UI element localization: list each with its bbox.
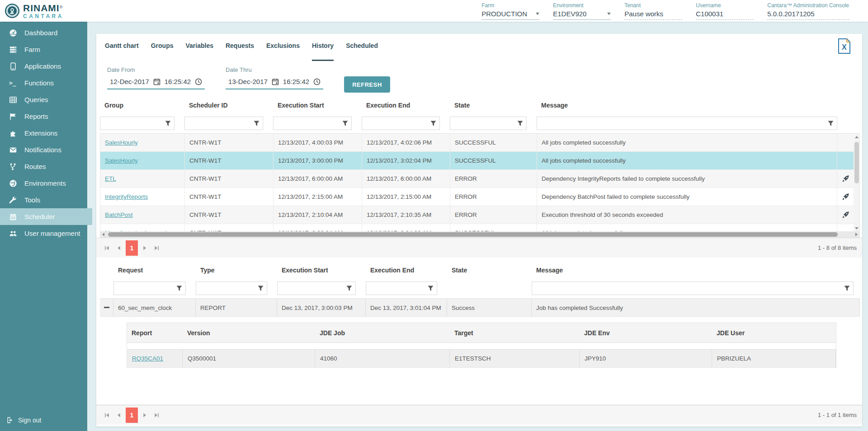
rocket-icon[interactable] — [842, 175, 849, 183]
filter-funnel-icon[interactable] — [828, 121, 834, 126]
filter-input-scheduler-id[interactable] — [184, 117, 263, 130]
pager-next-button[interactable] — [139, 409, 151, 421]
group-link[interactable]: IntegrityReports — [105, 193, 148, 200]
table-row[interactable]: BatchPost CNTR-W1T 12/13/2017, 2:10:04 A… — [100, 206, 854, 224]
sidebar-item-dashboard[interactable]: Dashboard — [0, 24, 87, 41]
column-header-message[interactable]: Message — [537, 102, 844, 109]
collapse-toggle-icon[interactable] — [104, 307, 109, 308]
tab-history[interactable]: History — [312, 42, 334, 61]
filter-funnel-icon[interactable] — [844, 286, 850, 291]
pager-prev-button[interactable] — [113, 409, 124, 421]
column-header-group[interactable]: Group — [100, 102, 184, 109]
table-row-selected[interactable]: SalesHourly CNTR-W1T 12/13/2017, 3:00:00… — [100, 152, 854, 170]
sign-out-button[interactable]: Sign out — [0, 412, 41, 428]
column-header-execution-start[interactable]: Execution Start — [273, 102, 362, 109]
clock-icon[interactable] — [195, 78, 202, 85]
report-link[interactable]: RQ35CA01 — [132, 355, 163, 362]
filter-input-type[interactable] — [196, 281, 267, 295]
filter-funnel-icon[interactable] — [428, 286, 434, 291]
column-header-message[interactable]: Message — [532, 267, 860, 274]
filter-funnel-icon[interactable] — [165, 121, 171, 126]
column-header-execution-end[interactable]: Execution End — [362, 102, 450, 109]
filter-input-execution-start[interactable] — [273, 117, 352, 130]
vertical-scroll-thumb[interactable] — [854, 142, 859, 183]
column-header-scheduler-id[interactable]: Scheduler ID — [184, 102, 273, 109]
sidebar-item-applications[interactable]: Applications — [0, 58, 87, 75]
sidebar-item-queries[interactable]: Queries — [0, 91, 87, 108]
pager-page-1[interactable]: 1 — [126, 240, 138, 256]
sidebar-item-routes[interactable]: Routes — [0, 158, 87, 175]
excel-export-button[interactable]: X — [836, 37, 852, 55]
refresh-button[interactable]: REFRESH — [344, 76, 390, 93]
filter-funnel-icon[interactable] — [430, 121, 436, 126]
filter-input-execution-end[interactable] — [366, 281, 437, 295]
filter-funnel-icon[interactable] — [517, 121, 523, 126]
filter-funnel-icon[interactable] — [258, 286, 264, 291]
pager-page-1[interactable]: 1 — [126, 408, 138, 423]
tab-gantt-chart[interactable]: Gantt chart — [105, 42, 139, 61]
filter-input-message[interactable] — [532, 281, 854, 295]
report-row[interactable]: RQ35CA01 Q3500001 41060 E1TESTSCH JPY910… — [127, 349, 836, 367]
filter-input-execution-end[interactable] — [362, 117, 440, 130]
date-thru-input[interactable]: 13-Dec-2017 16:25:42 — [226, 77, 323, 89]
column-header-execution-start[interactable]: Execution Start — [277, 267, 366, 274]
tab-variables[interactable]: Variables — [185, 42, 213, 61]
column-header-state[interactable]: State — [450, 102, 537, 109]
clock-icon[interactable] — [313, 78, 321, 85]
sidebar-item-extensions[interactable]: Extensions — [0, 125, 87, 141]
sidebar-item-tools[interactable]: Tools — [0, 192, 87, 208]
rocket-icon[interactable] — [842, 211, 849, 219]
tab-requests[interactable]: Requests — [226, 42, 254, 61]
group-link[interactable]: SalesHourly — [105, 139, 138, 146]
filter-input-state[interactable] — [450, 117, 527, 130]
sidebar-item-user-management[interactable]: User management — [0, 225, 87, 242]
filter-funnel-icon[interactable] — [342, 121, 348, 126]
request-row[interactable]: 60_sec_mem_clock REPORT Dec 13, 2017, 3:… — [100, 298, 860, 317]
filter-input-group[interactable] — [100, 117, 175, 130]
sidebar-item-functions[interactable]: >_ Functions — [0, 75, 87, 91]
filter-funnel-icon[interactable] — [176, 286, 182, 291]
column-header-type[interactable]: Type — [196, 267, 277, 274]
pager-first-button[interactable] — [101, 409, 113, 421]
group-link[interactable]: BatchPost — [105, 211, 133, 218]
column-header-state[interactable]: State — [447, 267, 532, 274]
horizontal-scroll-thumb[interactable] — [108, 232, 838, 237]
filter-input-request[interactable] — [113, 281, 186, 295]
farm-select[interactable]: Farm PRODUCTION — [481, 2, 539, 20]
group-link[interactable]: ETL — [105, 175, 116, 182]
scroll-left-arrow[interactable] — [102, 233, 104, 236]
scroll-right-arrow[interactable] — [855, 233, 858, 236]
date-from-input[interactable]: 12-Dec-2017 16:25:42 — [107, 77, 205, 89]
vertical-scrollbar[interactable] — [854, 134, 859, 231]
column-header-execution-end[interactable]: Execution End — [366, 267, 447, 274]
tab-scheduled[interactable]: Scheduled — [346, 42, 378, 61]
rocket-icon[interactable] — [842, 193, 849, 201]
tab-groups[interactable]: Groups — [151, 42, 174, 61]
calendar-icon[interactable] — [272, 78, 279, 85]
sidebar-item-scheduler[interactable]: Scheduler — [0, 208, 92, 225]
table-row[interactable]: ManufacturingAccounting CNTR-W1T 12/13/2… — [100, 224, 854, 231]
pager-first-button[interactable] — [101, 242, 113, 254]
calendar-icon[interactable] — [153, 78, 160, 85]
scroll-down-arrow[interactable] — [854, 225, 859, 231]
sidebar-item-reports[interactable]: Reports — [0, 108, 87, 125]
table-row[interactable]: SalesHourly CNTR-W1T 12/13/2017, 4:00:03… — [100, 134, 854, 152]
table-row[interactable]: ETL CNTR-W1T 12/13/2017, 6:00:00 AM 12/1… — [100, 170, 854, 188]
pager-last-button[interactable] — [151, 242, 163, 254]
filter-input-execution-start[interactable] — [277, 281, 356, 295]
filter-input-message[interactable] — [537, 117, 837, 130]
pager-prev-button[interactable] — [113, 242, 124, 254]
pager-next-button[interactable] — [139, 242, 151, 254]
filter-funnel-icon[interactable] — [346, 286, 352, 291]
sidebar-item-notifications[interactable]: Notifications — [0, 141, 87, 158]
group-link[interactable]: SalesHourly — [105, 157, 138, 164]
column-header-request[interactable]: Request — [113, 267, 196, 274]
filter-funnel-icon[interactable] — [254, 121, 259, 126]
tab-exclusions[interactable]: Exclusions — [266, 42, 300, 61]
horizontal-scrollbar[interactable] — [100, 231, 860, 238]
scroll-up-arrow[interactable] — [854, 134, 859, 140]
sidebar-item-environments[interactable]: Environments — [0, 175, 87, 192]
sidebar-item-farm[interactable]: Farm — [0, 41, 87, 58]
environment-select[interactable]: Environment E1DEV920 — [553, 2, 611, 20]
pager-last-button[interactable] — [151, 409, 163, 421]
